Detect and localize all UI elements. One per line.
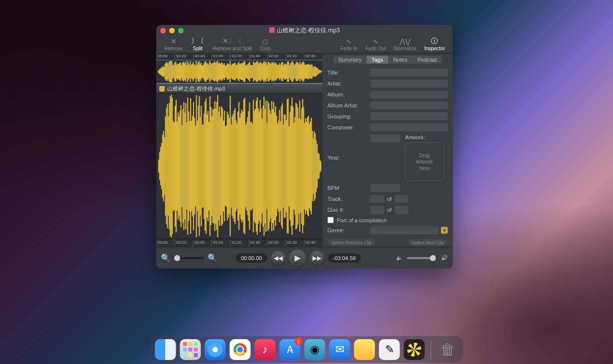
- bpm-field[interactable]: [370, 184, 400, 192]
- svg-rect-282: [265, 100, 266, 232]
- inspector-button[interactable]: ⓘInspector: [420, 37, 449, 51]
- overview-waveform[interactable]: [156, 60, 322, 84]
- tab-podcast[interactable]: Podcast: [412, 56, 442, 64]
- tab-summary[interactable]: Summary: [333, 56, 367, 64]
- svg-rect-312: [295, 117, 296, 215]
- svg-rect-49: [204, 62, 205, 82]
- dock-burn[interactable]: [404, 339, 425, 360]
- zoom-out-icon[interactable]: 🔍: [161, 254, 170, 263]
- svg-rect-228: [213, 108, 214, 223]
- compilation-checkbox[interactable]: [327, 217, 334, 223]
- disc-total-field[interactable]: [395, 206, 409, 214]
- dock-fission[interactable]: ◉: [305, 339, 325, 360]
- fade-in-button[interactable]: ∿Fade In: [336, 37, 361, 51]
- svg-rect-336: [317, 153, 318, 179]
- dock-appstore[interactable]: Ａ1: [280, 339, 301, 360]
- svg-rect-194: [181, 105, 182, 227]
- svg-rect-94: [248, 63, 249, 80]
- genre-field[interactable]: [370, 226, 439, 234]
- svg-rect-308: [291, 106, 292, 227]
- svg-rect-72: [227, 63, 228, 80]
- svg-rect-108: [262, 64, 263, 79]
- svg-rect-261: [245, 125, 246, 207]
- svg-rect-285: [268, 103, 269, 229]
- dock-notes[interactable]: [354, 339, 375, 360]
- composer-field[interactable]: [370, 123, 448, 131]
- svg-rect-183: [170, 96, 171, 236]
- dock-music[interactable]: ♪: [255, 339, 276, 360]
- svg-rect-289: [272, 109, 273, 223]
- svg-rect-47: [203, 65, 204, 78]
- svg-rect-51: [206, 64, 207, 80]
- dock-trash[interactable]: 🗑: [437, 339, 458, 360]
- artwork-dropzone[interactable]: Drag Artwork Here: [405, 142, 444, 181]
- grouping-field[interactable]: [370, 112, 448, 120]
- crop-icon: ◻: [262, 37, 268, 46]
- svg-rect-38: [194, 64, 195, 79]
- select-next-clip-button[interactable]: Select Next Clip: [408, 239, 448, 246]
- zoom-slider[interactable]: [174, 257, 204, 259]
- artist-field[interactable]: [370, 80, 448, 88]
- svg-rect-268: [252, 124, 253, 208]
- normalize-icon: ⋀⋁: [400, 37, 410, 46]
- fade-out-button[interactable]: ∿Fade Out: [361, 37, 390, 51]
- dock-chrome[interactable]: [230, 339, 251, 360]
- svg-rect-274: [258, 108, 259, 224]
- dock-safari[interactable]: [205, 339, 226, 360]
- svg-rect-169: [321, 71, 322, 73]
- remove-button[interactable]: ✕Remove: [160, 37, 187, 51]
- svg-rect-232: [217, 95, 218, 237]
- album-artist-field[interactable]: [370, 101, 448, 109]
- clip-header[interactable]: 山楂树之恋-程佳佳.mp3: [156, 84, 322, 93]
- year-field[interactable]: [370, 134, 400, 142]
- svg-rect-104: [258, 63, 259, 80]
- split-button[interactable]: 〕〔Split: [187, 37, 208, 51]
- dock-mail[interactable]: ✉: [329, 339, 350, 360]
- svg-rect-333: [314, 133, 315, 198]
- title-field[interactable]: [370, 69, 448, 77]
- normalize-button[interactable]: ⋀⋁Normalize: [390, 37, 420, 51]
- crop-button[interactable]: ◻Crop: [256, 37, 275, 51]
- rewind-button[interactable]: ◀◀: [271, 251, 285, 265]
- svg-rect-236: [221, 106, 222, 226]
- dock-textedit[interactable]: ✎: [379, 339, 400, 360]
- track-number-field[interactable]: [370, 195, 384, 203]
- main-waveform[interactable]: [156, 93, 322, 239]
- track-total-field[interactable]: [395, 195, 409, 203]
- album-field[interactable]: [370, 91, 448, 98]
- svg-rect-275: [259, 111, 260, 221]
- svg-rect-70: [225, 66, 226, 78]
- tab-notes[interactable]: Notes: [388, 56, 412, 64]
- remove-and-split-button[interactable]: ✕〕〔Remove and Split: [208, 37, 256, 51]
- svg-rect-76: [230, 65, 231, 78]
- dock: ♪ Ａ1 ◉ ✉ ✎ 🗑: [150, 336, 463, 363]
- svg-rect-325: [307, 117, 308, 215]
- volume-slider[interactable]: [407, 257, 437, 259]
- svg-rect-139: [292, 61, 293, 82]
- tab-tags[interactable]: Tags: [367, 56, 388, 64]
- dock-launchpad[interactable]: [180, 339, 201, 360]
- play-button[interactable]: ▶: [289, 250, 306, 267]
- svg-rect-267: [251, 122, 252, 210]
- svg-rect-280: [264, 96, 265, 236]
- remove-icon: ✕: [171, 37, 177, 46]
- svg-rect-223: [208, 122, 209, 210]
- svg-rect-265: [249, 102, 250, 230]
- zoom-in-icon[interactable]: 🔍: [208, 254, 217, 263]
- svg-rect-167: [319, 70, 320, 74]
- svg-rect-8: [165, 64, 166, 79]
- svg-rect-33: [189, 65, 190, 79]
- dock-finder[interactable]: [155, 339, 176, 360]
- svg-rect-123: [276, 64, 277, 80]
- genre-dropdown-icon[interactable]: ▾: [441, 227, 448, 234]
- svg-rect-291: [274, 112, 275, 220]
- svg-rect-141: [294, 65, 295, 79]
- select-previous-clip-button[interactable]: Select Previous Clip: [327, 239, 376, 246]
- svg-rect-98: [252, 65, 253, 78]
- svg-rect-171: [158, 160, 159, 173]
- forward-button[interactable]: ▶▶: [310, 251, 324, 265]
- track-of-label: of: [387, 196, 392, 202]
- disc-number-field[interactable]: [370, 206, 384, 214]
- svg-rect-238: [223, 121, 224, 212]
- clip-icon: [159, 86, 165, 91]
